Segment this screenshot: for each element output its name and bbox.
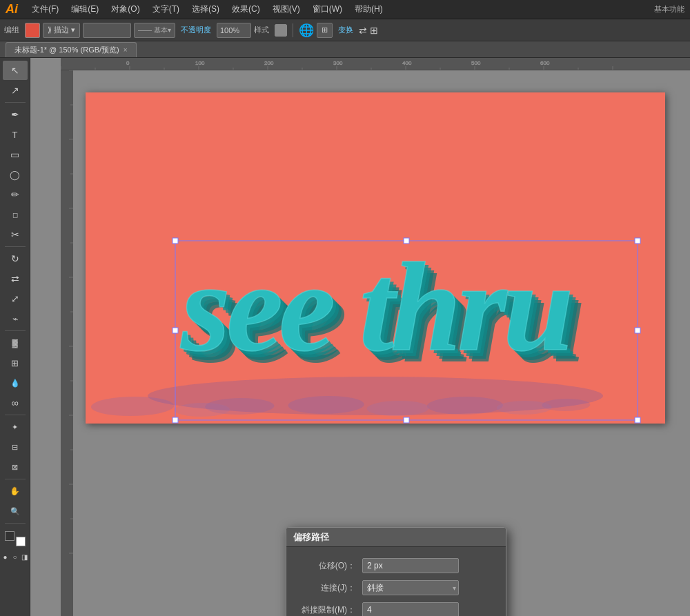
handle-tc[interactable] xyxy=(404,238,409,244)
title-bar: Ai 文件(F) 编辑(E) 对象(O) 文字(T) 选择(S) 效果(C) 视… xyxy=(0,0,690,19)
style-box[interactable] xyxy=(275,24,287,37)
fill-indicator[interactable] xyxy=(5,531,14,541)
reflect-tool[interactable] xyxy=(3,269,28,288)
doc-tab[interactable]: 未标题-1* @ 150% (RGB/预览) × xyxy=(6,42,137,57)
dialog-title: 偏移路径 xyxy=(293,531,329,544)
mode-buttons xyxy=(1,551,29,562)
tool-separator-3 xyxy=(5,330,26,331)
doc-tab-close[interactable]: × xyxy=(124,46,128,54)
sym-tool[interactable] xyxy=(3,417,28,437)
svg-text:300: 300 xyxy=(333,60,343,66)
menu-view[interactable]: 视图(V) xyxy=(267,2,306,17)
toolbox xyxy=(0,58,30,616)
menu-effect[interactable]: 效果(C) xyxy=(226,2,266,17)
ai-logo: Ai xyxy=(6,2,18,17)
doc-tab-title: 未标题-1* @ 150% (RGB/预览) xyxy=(14,45,119,55)
art-tool[interactable] xyxy=(3,457,28,477)
rect-tool[interactable] xyxy=(3,145,28,164)
arrange-icon[interactable]: ⊞ xyxy=(370,25,378,36)
handle-mr[interactable] xyxy=(635,328,640,333)
direct-selection-tool[interactable] xyxy=(3,81,28,100)
behind-mode-btn[interactable] xyxy=(11,551,19,562)
normal-mode-btn[interactable] xyxy=(1,551,10,562)
svg-text:400: 400 xyxy=(402,60,412,66)
handle-br[interactable] xyxy=(635,417,640,423)
toolbar: 编组 ⟫ 描边 ▾ —— 基本 ▾ 不透明度 样式 🌐 ⊞ 变换 ⇄ ⊞ xyxy=(0,19,690,41)
artwork-svg: see thru see thru see thru see thru see … xyxy=(86,92,665,424)
web-icon[interactable]: 🌐 xyxy=(299,23,314,38)
type-tool[interactable] xyxy=(3,125,28,144)
menu-bar: 文件(F) 编辑(E) 对象(O) 文字(T) 选择(S) 效果(C) 视图(V… xyxy=(26,2,654,17)
style-label: 样式 xyxy=(254,25,269,35)
mesh-tool[interactable] xyxy=(3,353,28,372)
offset-label: 位移(O)： xyxy=(300,560,362,572)
miter-label: 斜接限制(M)： xyxy=(300,604,362,616)
stroke-label: 描边 xyxy=(54,25,69,35)
svg-point-41 xyxy=(88,397,177,416)
eyedrop-tool[interactable] xyxy=(3,373,28,393)
offset-path-dialog: 偏移路径 位移(O)： 连接(J)： 斜接 圆角 斜面 xyxy=(286,527,506,616)
tool-separator-1 xyxy=(5,102,26,103)
stroke-indicator[interactable] xyxy=(16,537,26,546)
scissors-tool[interactable] xyxy=(3,225,28,244)
join-select-wrap: 斜接 圆角 斜面 ▾ xyxy=(362,580,459,595)
fill-color-box[interactable] xyxy=(25,23,40,38)
opacity-label: 不透明度 xyxy=(178,23,214,37)
tool-separator-6 xyxy=(5,523,26,524)
col-guide-tool[interactable] xyxy=(3,437,28,457)
menu-help[interactable]: 帮助(H) xyxy=(349,2,388,17)
menu-object[interactable]: 对象(O) xyxy=(106,2,145,17)
dialog-title-bar[interactable]: 偏移路径 xyxy=(286,528,506,547)
svg-text:200: 200 xyxy=(264,60,274,66)
miter-input[interactable] xyxy=(362,602,459,616)
warp-tool[interactable] xyxy=(3,309,28,328)
offset-row: 位移(O)： xyxy=(300,558,492,573)
mode-label: 编组 xyxy=(4,25,19,35)
tool-separator-5 xyxy=(5,479,26,479)
artboard: see thru see thru see thru see thru see … xyxy=(86,92,665,424)
workspace-label: 基本功能 xyxy=(654,4,684,14)
ruler-horizontal: 0 100 200 300 400 500 600 xyxy=(61,58,690,70)
menu-edit[interactable]: 编辑(E) xyxy=(66,2,104,17)
selection-tool[interactable] xyxy=(3,61,28,80)
svg-text:600: 600 xyxy=(540,60,550,66)
flip-icon[interactable]: ⇄ xyxy=(359,25,367,36)
handle-tr[interactable] xyxy=(635,238,640,244)
doc-tabs: 未标题-1* @ 150% (RGB/预览) × xyxy=(0,41,690,58)
blend-tool[interactable] xyxy=(3,393,28,413)
menu-text[interactable]: 文字(T) xyxy=(147,2,185,17)
isolation-mode-btn[interactable] xyxy=(21,551,29,562)
handle-tl[interactable] xyxy=(172,238,178,244)
zoom-tool[interactable] xyxy=(3,501,28,521)
handle-bl[interactable] xyxy=(172,417,178,423)
offset-input[interactable] xyxy=(362,558,459,573)
stroke-tool-btn[interactable]: ⟫ 描边 ▾ xyxy=(43,23,80,38)
menu-file[interactable]: 文件(F) xyxy=(26,2,64,17)
canvas-area: 0 100 200 300 400 500 600 xyxy=(30,58,690,616)
join-row: 连接(J)： 斜接 圆角 斜面 ▾ xyxy=(300,580,492,595)
pen-tool[interactable] xyxy=(3,105,28,124)
menu-window[interactable]: 窗口(W) xyxy=(307,2,348,17)
svg-rect-25 xyxy=(61,70,73,616)
view-btn[interactable]: ⊞ xyxy=(317,23,333,38)
scale-tool[interactable] xyxy=(3,289,28,308)
join-select[interactable]: 斜接 圆角 斜面 xyxy=(362,580,459,595)
text-outline: see thru xyxy=(180,236,570,377)
rotate-tool[interactable] xyxy=(3,249,28,268)
brush-tool[interactable] xyxy=(3,185,28,204)
hand-tool[interactable] xyxy=(3,481,28,501)
join-label: 连接(J)： xyxy=(300,582,362,594)
menu-select[interactable]: 选择(S) xyxy=(186,2,225,17)
handle-ml[interactable] xyxy=(172,328,178,333)
gradient-tool[interactable] xyxy=(3,333,28,352)
ruler-vertical xyxy=(61,70,73,616)
main-layout: 0 100 200 300 400 500 600 xyxy=(0,58,690,616)
ellipse-tool[interactable] xyxy=(3,165,28,184)
transform-label[interactable]: 变换 xyxy=(335,23,356,37)
handle-bc[interactable] xyxy=(404,417,409,423)
opacity-input[interactable] xyxy=(217,23,251,38)
fill-stroke-area xyxy=(3,528,27,549)
stroke-width-input[interactable] xyxy=(83,23,131,38)
eraser-tool[interactable] xyxy=(3,205,28,224)
svg-rect-0 xyxy=(61,58,690,70)
